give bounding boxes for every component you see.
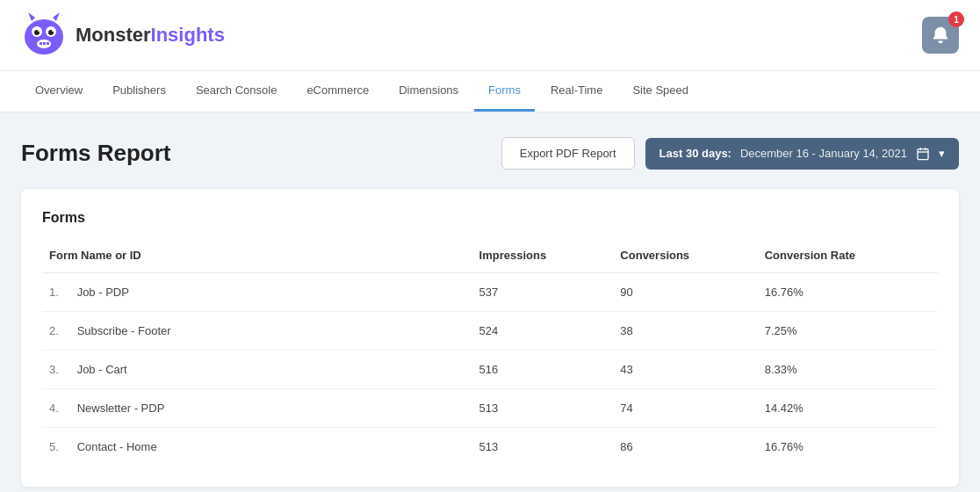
cell-name: 1. Job - PDP: [42, 273, 472, 312]
cell-conversions: 86: [613, 428, 757, 467]
cell-impressions: 513: [472, 389, 614, 428]
forms-card: Forms Form Name or ID Impressions Conver…: [21, 189, 959, 487]
table-header-row: Form Name or ID Impressions Conversions …: [42, 242, 938, 273]
notification-button[interactable]: 1: [922, 17, 959, 54]
nav-item-forms[interactable]: Forms: [474, 71, 535, 112]
nav-item-real-time[interactable]: Real-Time: [537, 71, 616, 112]
form-name: Contact - Home: [77, 440, 157, 453]
page-title: Forms Report: [21, 140, 170, 167]
dropdown-arrow: ▾: [939, 147, 945, 160]
form-name: Newsletter - PDP: [77, 402, 165, 415]
cell-conversions: 38: [613, 312, 757, 351]
form-name: Job - PDP: [77, 286, 129, 299]
form-name: Job - Cart: [77, 363, 127, 376]
calendar-icon: [916, 147, 930, 161]
card-title: Forms: [42, 210, 938, 226]
logo-icon: [21, 12, 67, 58]
row-number: 1.: [49, 286, 65, 299]
cell-conversions: 90: [613, 273, 757, 312]
date-range-value: December 16 - January 14, 2021: [740, 147, 907, 160]
row-number: 3.: [49, 363, 65, 376]
nav-item-search-console[interactable]: Search Console: [182, 71, 292, 112]
cell-name: 3. Job - Cart: [42, 351, 472, 389]
cell-rate: 8.33%: [758, 351, 938, 389]
svg-rect-9: [47, 42, 49, 45]
nav-item-publishers[interactable]: Publishers: [98, 71, 180, 112]
cell-rate: 14.42%: [758, 389, 938, 428]
nav-item-overview[interactable]: Overview: [21, 71, 97, 112]
cell-impressions: 524: [472, 312, 614, 351]
export-pdf-button[interactable]: Export PDF Report: [501, 137, 635, 170]
cell-conversions: 74: [613, 389, 757, 428]
svg-rect-8: [43, 42, 46, 45]
svg-rect-7: [40, 42, 42, 45]
main-content: Forms Report Export PDF Report Last 30 d…: [0, 112, 980, 492]
notification-icon: [931, 25, 950, 45]
svg-rect-14: [918, 148, 928, 159]
col-header-name: Form Name or ID: [42, 242, 472, 273]
cell-impressions: 516: [472, 351, 614, 389]
svg-point-13: [52, 30, 54, 32]
col-header-rate: Conversion Rate: [758, 242, 938, 273]
cell-rate: 7.25%: [758, 312, 938, 351]
forms-table: Form Name or ID Impressions Conversions …: [42, 242, 938, 466]
nav-item-ecommerce[interactable]: eCommerce: [292, 71, 383, 112]
cell-impressions: 537: [472, 273, 614, 312]
nav-item-site-speed[interactable]: Site Speed: [618, 71, 703, 112]
notification-badge: 1: [948, 11, 964, 27]
table-row: 5. Contact - Home 513 86 16.76%: [42, 428, 938, 467]
svg-marker-10: [28, 12, 35, 21]
cell-name: 5. Contact - Home: [42, 428, 472, 467]
cell-conversions: 43: [613, 351, 757, 389]
header: MonsterInsights 1: [0, 0, 980, 71]
header-right: 1: [922, 17, 959, 54]
nav: Overview Publishers Search Console eComm…: [0, 71, 980, 112]
logo-text: MonsterInsights: [76, 24, 225, 47]
date-range-label: Last 30 days:: [659, 147, 731, 160]
cell-name: 2. Subscribe - Footer: [42, 312, 472, 351]
svg-point-12: [38, 30, 40, 32]
table-row: 1. Job - PDP 537 90 16.76%: [42, 273, 938, 312]
cell-rate: 16.76%: [758, 273, 938, 312]
col-header-impressions: Impressions: [472, 242, 614, 273]
cell-rate: 16.76%: [758, 428, 938, 467]
top-bar-actions: Export PDF Report Last 30 days: December…: [501, 137, 959, 170]
row-number: 2.: [49, 324, 65, 337]
nav-item-dimensions[interactable]: Dimensions: [385, 71, 472, 112]
table-row: 2. Subscribe - Footer 524 38 7.25%: [42, 312, 938, 351]
date-range-button[interactable]: Last 30 days: December 16 - January 14, …: [645, 138, 959, 170]
cell-impressions: 513: [472, 428, 614, 467]
logo-area: MonsterInsights: [21, 12, 225, 58]
table-row: 4. Newsletter - PDP 513 74 14.42%: [42, 389, 938, 428]
col-header-conversions: Conversions: [613, 242, 757, 273]
top-bar: Forms Report Export PDF Report Last 30 d…: [21, 137, 959, 170]
cell-name: 4. Newsletter - PDP: [42, 389, 472, 428]
table-row: 3. Job - Cart 516 43 8.33%: [42, 351, 938, 389]
row-number: 5.: [49, 440, 65, 453]
row-number: 4.: [49, 402, 65, 415]
svg-point-0: [25, 19, 63, 54]
svg-marker-11: [53, 12, 60, 21]
form-name: Subscribe - Footer: [77, 324, 171, 337]
